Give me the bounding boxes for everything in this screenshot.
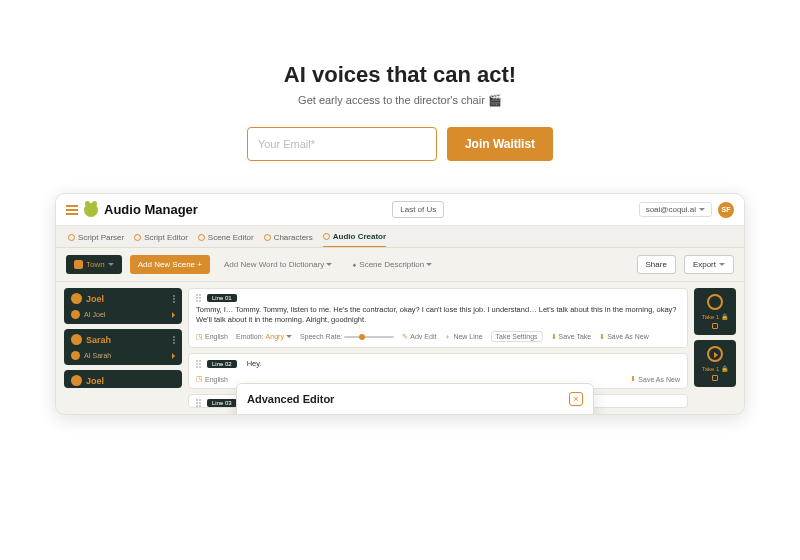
chevron-down-icon xyxy=(326,263,332,266)
character-card[interactable]: Joel xyxy=(64,370,182,388)
tab-script-editor[interactable]: Script Editor xyxy=(134,232,188,247)
menu-icon[interactable] xyxy=(66,205,78,215)
tab-characters[interactable]: Characters xyxy=(264,232,313,247)
drag-handle-icon[interactable] xyxy=(196,399,201,407)
advanced-editor-modal: Advanced Editor × CUSTOMIZE PITCH AboutB… xyxy=(236,383,594,415)
save-take-button[interactable]: ⬇Save Take xyxy=(551,333,592,341)
hero-title: AI voices that can act! xyxy=(0,62,800,88)
word-cell[interactable]: Bahan xyxy=(296,414,351,415)
circle-icon xyxy=(134,234,141,241)
lock-icon: 🔒 xyxy=(721,313,728,320)
line-card: Line 01 Tommy, I… Tommy. Tommy, listen t… xyxy=(188,288,688,348)
character-card[interactable]: Sarah AI Sarah xyxy=(64,329,182,365)
tabs: Script Parser Script Editor Scene Editor… xyxy=(56,226,744,248)
word-cell[interactable]: brought xyxy=(414,414,469,415)
avatar-icon xyxy=(71,334,82,345)
new-line-button[interactable]: ＋New Line xyxy=(444,332,482,342)
trash-icon[interactable] xyxy=(712,323,718,329)
folder-icon xyxy=(74,260,83,269)
line-badge: Line 03 xyxy=(207,399,237,407)
arrow-right-icon xyxy=(172,353,175,359)
adv-edit-button[interactable]: ✎Adv Edit xyxy=(402,333,436,341)
drag-handle-icon[interactable] xyxy=(196,294,201,302)
line-text[interactable]: Hey. xyxy=(247,359,262,369)
export-button[interactable]: Export xyxy=(684,255,734,274)
word-cell[interactable]: About xyxy=(245,414,292,415)
speech-rate-slider[interactable]: Speech Rate: xyxy=(300,333,394,340)
share-button[interactable]: Share xyxy=(637,255,676,274)
user-email-label: soai@coqui.ai xyxy=(646,205,696,214)
word-cell[interactable]: vindication xyxy=(473,414,585,415)
avatar[interactable]: SF xyxy=(718,202,734,218)
language-select[interactable]: ◳English xyxy=(196,375,228,383)
line-badge: Line 02 xyxy=(207,360,237,368)
more-icon[interactable] xyxy=(173,336,175,344)
app-window: Audio Manager Last of Us soai@coqui.ai S… xyxy=(55,193,745,415)
scene-description-button[interactable]: ⬥Scene Description xyxy=(346,255,438,274)
add-word-button[interactable]: Add New Word to Dictionary xyxy=(218,255,338,274)
character-card[interactable]: Joel AI Joel xyxy=(64,288,182,324)
save-as-new-button[interactable]: ⬇Save As New xyxy=(599,333,649,341)
app-title: Audio Manager xyxy=(104,202,198,217)
hero-subtitle: Get early access to the director's chair… xyxy=(0,94,800,107)
chevron-down-icon xyxy=(699,208,705,211)
save-as-new-button[interactable]: ⬇Save As New xyxy=(630,375,680,383)
advanced-editor-title: Advanced Editor xyxy=(247,393,569,405)
avatar-icon xyxy=(71,293,82,304)
tab-audio-creator[interactable]: Audio Creator xyxy=(323,232,386,247)
logo-icon xyxy=(84,203,98,217)
take-card[interactable]: Take 1🔒 xyxy=(694,340,736,387)
circle-icon xyxy=(198,234,205,241)
circle-icon xyxy=(264,234,271,241)
line-text[interactable]: Tommy, I… Tommy. Tommy, listen to me. He… xyxy=(196,305,680,325)
user-menu[interactable]: soai@coqui.ai xyxy=(639,202,712,217)
project-chip[interactable]: Last of Us xyxy=(392,201,444,218)
scene-select[interactable]: Town xyxy=(66,255,122,274)
take-settings-button[interactable]: Take Settings xyxy=(491,331,543,342)
circle-icon xyxy=(68,234,75,241)
add-scene-button[interactable]: Add New Scene + xyxy=(130,255,210,274)
take-card[interactable]: Take 1🔒 xyxy=(694,288,736,335)
close-icon[interactable]: × xyxy=(569,392,583,406)
chevron-down-icon xyxy=(719,263,725,266)
circle-icon xyxy=(323,233,330,240)
trash-icon[interactable] xyxy=(712,375,718,381)
chevron-down-icon xyxy=(108,263,114,266)
emotion-select[interactable]: Emotion: Angry xyxy=(236,333,292,340)
play-icon[interactable] xyxy=(707,346,723,362)
record-icon[interactable] xyxy=(707,294,723,310)
chevron-down-icon xyxy=(426,263,432,266)
chevron-down-icon xyxy=(286,335,292,338)
line-badge: Line 01 xyxy=(207,294,237,302)
ai-icon xyxy=(71,310,80,319)
avatar-icon xyxy=(71,375,82,386)
ai-icon xyxy=(71,351,80,360)
language-select[interactable]: ◳English xyxy=(196,333,228,341)
more-icon[interactable] xyxy=(173,295,175,303)
arrow-right-icon xyxy=(172,312,175,318)
lock-icon: 🔒 xyxy=(721,365,728,372)
email-field[interactable] xyxy=(247,127,437,161)
word-cell[interactable]: daggers xyxy=(355,414,410,415)
tab-scene-editor[interactable]: Scene Editor xyxy=(198,232,254,247)
join-waitlist-button[interactable]: Join Waitlist xyxy=(447,127,553,161)
tab-script-parser[interactable]: Script Parser xyxy=(68,232,124,247)
drag-handle-icon[interactable] xyxy=(196,360,201,368)
